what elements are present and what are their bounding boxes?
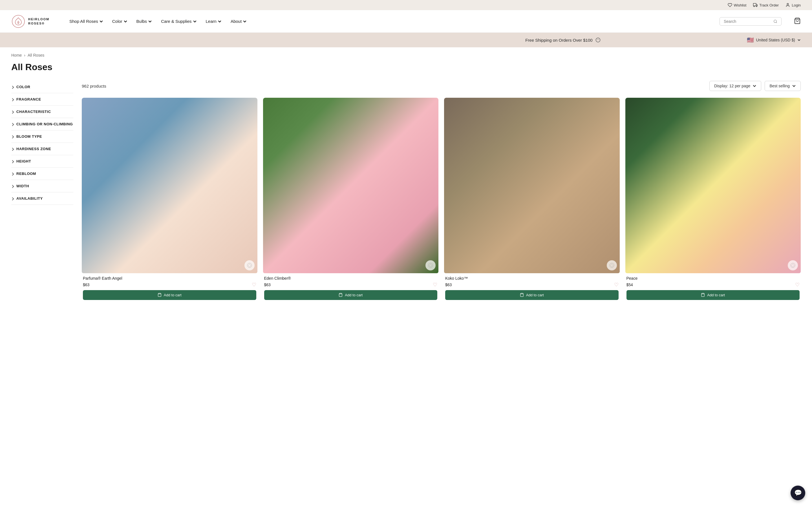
svg-point-14 [428, 263, 433, 268]
region-selector[interactable]: 🇺🇸 United States (USD $) [747, 37, 801, 43]
product-info: Eden Climber® $63 ♡ Add to cart [263, 273, 439, 302]
product-price-row: $63 ♡ [264, 282, 438, 288]
cart-icon [158, 293, 161, 297]
chevron-down-icon [792, 84, 796, 88]
nav-about[interactable]: About [227, 17, 251, 26]
user-icon [785, 3, 790, 7]
chevron-down-icon [797, 38, 801, 42]
main-nav: Shop All Roses Color Bulbs Care & Suppli… [65, 17, 711, 26]
filter-width[interactable]: WIDTH [11, 180, 73, 192]
filter-height[interactable]: HEIGHT [11, 155, 73, 168]
products-count: 962 products [82, 83, 106, 89]
chevron-down-icon [148, 19, 152, 23]
product-price: $63 [445, 283, 452, 287]
search-bar[interactable] [719, 17, 781, 25]
product-image [82, 98, 257, 273]
add-to-cart-button[interactable]: Add to cart [83, 290, 256, 300]
brand-icon [247, 263, 252, 268]
add-to-cart-button[interactable]: Add to cart [264, 290, 438, 300]
svg-point-16 [610, 263, 614, 268]
chevron-down-icon [99, 19, 103, 23]
nav-care[interactable]: Care & Supplies [157, 17, 200, 26]
wishlist-button[interactable]: ♡ [614, 282, 619, 288]
svg-line-7 [776, 22, 777, 23]
filter-fragrance[interactable]: FRAGRANCE [11, 93, 73, 106]
chevron-right-icon [11, 197, 14, 200]
login-link[interactable]: Login [785, 3, 801, 7]
svg-rect-0 [753, 3, 756, 6]
filter-climbing[interactable]: CLIMBING OR NON-CLIMBING [11, 118, 73, 130]
brand-badge [425, 260, 436, 270]
chevron-down-icon [218, 19, 221, 23]
nav-learn[interactable]: Learn [202, 17, 225, 26]
logo[interactable]: HEIRLOOM ROSES® [11, 14, 56, 29]
products-toolbar: 962 products Display: 12 per page Best s… [82, 81, 801, 91]
nav-shop-all[interactable]: Shop All Roses [65, 17, 107, 26]
filter-characteristic[interactable]: CHARACTERISTIC [11, 106, 73, 118]
brand-icon [428, 263, 434, 268]
brand-badge [607, 260, 617, 270]
truck-icon [753, 3, 758, 7]
product-card: Parfuma® Earth Angel $63 ♡ Add to cart [82, 98, 257, 302]
content-layout: COLOR FRAGRANCE CHARACTERISTIC CLIMBING … [11, 81, 801, 302]
filter-bloom-type[interactable]: BLOOM TYPE [11, 130, 73, 143]
wishlist-link[interactable]: Wishlist [728, 3, 747, 7]
wishlist-button[interactable]: ♡ [252, 282, 256, 288]
chevron-right-icon [11, 135, 14, 138]
filter-hardiness[interactable]: HARDINESS ZONE [11, 143, 73, 155]
product-price: $63 [264, 283, 271, 287]
add-to-cart-button[interactable]: Add to cart [445, 290, 619, 300]
product-card: Koko Loko™ $63 ♡ Add to cart [444, 98, 620, 302]
product-name: Parfuma® Earth Angel [83, 276, 256, 281]
brand-badge [245, 260, 255, 270]
product-image [625, 98, 801, 273]
search-icon [773, 19, 777, 24]
product-card: Eden Climber® $63 ♡ Add to cart [263, 98, 439, 302]
search-input[interactable] [724, 19, 771, 24]
display-per-page-select[interactable]: Display: 12 per page [709, 81, 761, 91]
cart-button[interactable] [794, 17, 801, 25]
announcement-text: Free Shipping on Orders Over $100 [379, 38, 747, 43]
filter-color[interactable]: COLOR [11, 81, 73, 93]
svg-point-18 [791, 263, 795, 268]
product-price-row: $63 ♡ [445, 282, 619, 288]
brand-icon [790, 263, 796, 268]
svg-marker-1 [756, 4, 758, 6]
header: HEIRLOOM ROSES® Shop All Roses Color Bul… [0, 10, 812, 33]
product-info: Peace $54 ♡ Add to cart [625, 273, 801, 302]
breadcrumb: Home › All Roses [11, 53, 801, 57]
toolbar-right: Display: 12 per page Best selling [709, 81, 801, 91]
chevron-right-icon [11, 98, 14, 101]
product-info: Parfuma® Earth Angel $63 ♡ Add to cart [82, 273, 257, 302]
breadcrumb-home[interactable]: Home [11, 53, 22, 57]
wishlist-button[interactable]: ♡ [433, 282, 437, 288]
add-to-cart-button[interactable]: Add to cart [626, 290, 800, 300]
svg-point-3 [756, 6, 757, 7]
product-grid: Parfuma® Earth Angel $63 ♡ Add to cart [82, 98, 801, 302]
filter-availability[interactable]: AVAILABILITY [11, 192, 73, 205]
product-price-row: $54 ♡ [626, 282, 800, 288]
top-bar: Wishlist Track Order Login [0, 0, 812, 10]
track-order-link[interactable]: Track Order [753, 3, 779, 7]
nav-color[interactable]: Color [108, 17, 132, 26]
chevron-right-icon [11, 123, 14, 126]
wishlist-label: Wishlist [734, 3, 747, 7]
brand-icon [609, 263, 615, 268]
cart-icon [794, 17, 801, 24]
wishlist-button[interactable]: ♡ [795, 282, 800, 288]
info-icon [596, 38, 601, 43]
svg-point-6 [774, 20, 776, 22]
filter-rebloom[interactable]: REBLOOM [11, 168, 73, 180]
nav-bulbs[interactable]: Bulbs [133, 17, 156, 26]
brand-badge [788, 260, 798, 270]
cart-icon [339, 293, 343, 297]
announcement-bar: Free Shipping on Orders Over $100 🇺🇸 Uni… [0, 33, 812, 47]
svg-point-4 [787, 3, 789, 5]
products-area: 962 products Display: 12 per page Best s… [82, 81, 801, 302]
sort-select[interactable]: Best selling [765, 81, 801, 91]
product-price-row: $63 ♡ [83, 282, 256, 288]
login-label: Login [792, 3, 801, 7]
product-name: Peace [626, 276, 800, 281]
product-price: $63 [83, 283, 89, 287]
chevron-down-icon [123, 19, 128, 23]
